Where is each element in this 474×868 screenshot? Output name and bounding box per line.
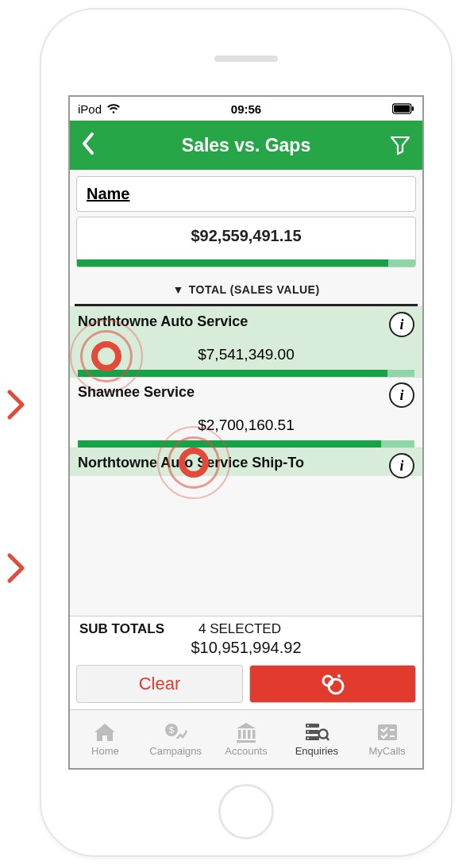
page-title: Sales vs. Gaps — [106, 135, 386, 156]
subtotals-selected: 4 SELECTED — [198, 621, 413, 637]
drill-icon — [315, 672, 350, 696]
row-bar-fill — [78, 440, 381, 447]
campaigns-icon: $ — [163, 721, 188, 743]
svg-rect-1 — [394, 106, 410, 113]
tab-label: Campaigns — [149, 745, 202, 757]
tab-accounts[interactable]: Accounts — [211, 710, 282, 768]
tab-label: Enquiries — [295, 745, 338, 757]
accounts-icon — [233, 721, 259, 743]
list-item[interactable]: Northtowne Auto Service i $7,541,349.00 — [70, 306, 422, 377]
nav-bar: Sales vs. Gaps — [70, 121, 422, 170]
row-name: Northtowne Auto Service — [78, 313, 414, 330]
back-button[interactable] — [81, 132, 106, 159]
row-bar-fill — [78, 370, 387, 377]
svg-point-18 — [318, 730, 327, 739]
subtotals-value: $10,951,994.92 — [79, 637, 413, 657]
phone-frame: iPod 09:56 Sales vs. Gaps Name $92,55 — [40, 8, 453, 857]
svg-rect-11 — [252, 730, 256, 739]
mycalls-icon — [375, 721, 400, 743]
row-bar — [78, 370, 414, 377]
tab-bar: Home $ Campaigns Accounts Enquiries MyCa… — [70, 709, 422, 768]
status-bar: iPod 09:56 — [70, 97, 422, 121]
svg-rect-10 — [248, 730, 251, 739]
annotation-arrow — [5, 552, 27, 584]
svg-rect-9 — [243, 730, 246, 739]
row-name: Shawnee Service — [78, 384, 414, 401]
wifi-icon — [106, 103, 121, 114]
list-item[interactable]: Shawnee Service i $2,700,160.51 — [70, 377, 422, 447]
sort-row[interactable]: ▼TOTAL (SALES VALUE) — [75, 271, 418, 306]
action-row: Clear — [70, 660, 422, 709]
info-button[interactable]: i — [389, 382, 414, 408]
battery-icon — [392, 103, 414, 114]
sort-label: TOTAL (SALES VALUE) — [189, 283, 320, 296]
row-value: $7,541,349.00 — [78, 330, 414, 370]
phone-home-button[interactable] — [218, 784, 274, 839]
total-bar — [77, 259, 415, 267]
info-button[interactable]: i — [389, 453, 414, 478]
name-label: Name — [87, 185, 129, 202]
subtotals-bar: SUB TOTALS 4 SELECTED $10,951,994.92 — [70, 616, 422, 660]
tab-campaigns[interactable]: $ Campaigns — [141, 710, 211, 768]
svg-rect-2 — [412, 106, 414, 111]
svg-line-19 — [326, 737, 329, 740]
tab-label: Accounts — [225, 745, 267, 757]
total-card: $92,559,491.15 — [76, 217, 416, 267]
info-icon: i — [399, 317, 403, 333]
carrier-label: iPod — [78, 102, 102, 116]
caret-down-icon: ▼ — [172, 283, 183, 296]
content: Name $92,559,491.15 ▼TOTAL (SALES VALUE)… — [70, 170, 422, 709]
drill-button[interactable] — [249, 665, 416, 703]
info-icon: i — [399, 387, 403, 404]
filter-button[interactable] — [386, 134, 411, 156]
tab-mycalls[interactable]: MyCalls — [352, 710, 422, 768]
svg-point-5 — [337, 674, 341, 678]
subtotals-label: SUB TOTALS — [79, 621, 198, 637]
phone-speaker — [214, 56, 278, 62]
svg-point-17 — [307, 737, 309, 739]
svg-text:$: $ — [169, 725, 174, 735]
info-icon: i — [399, 458, 403, 474]
row-value: $2,700,160.51 — [78, 401, 414, 440]
tab-enquiries[interactable]: Enquiries — [281, 710, 352, 768]
funnel-icon — [389, 134, 411, 156]
annotation-arrow — [5, 389, 27, 421]
home-icon — [92, 721, 118, 743]
status-time: 09:56 — [190, 102, 302, 116]
screen: iPod 09:56 Sales vs. Gaps Name $92,55 — [68, 95, 424, 770]
tab-home[interactable]: Home — [70, 710, 141, 768]
list-item[interactable]: Northtowne Auto Service Ship-To i — [70, 447, 422, 476]
name-header[interactable]: Name — [76, 176, 416, 212]
svg-rect-20 — [378, 724, 397, 740]
tab-label: MyCalls — [368, 745, 405, 757]
svg-point-3 — [329, 679, 343, 693]
clear-button[interactable]: Clear — [76, 665, 243, 703]
total-bar-fill — [77, 259, 388, 267]
enquiries-icon — [304, 721, 329, 743]
svg-rect-8 — [238, 730, 241, 739]
tab-label: Home — [91, 745, 119, 757]
results-list: Northtowne Auto Service i $7,541,349.00 … — [70, 306, 422, 616]
row-bar — [78, 440, 414, 447]
row-name: Northtowne Auto Service Ship-To — [78, 455, 414, 471]
info-button[interactable]: i — [389, 312, 414, 337]
svg-point-16 — [307, 731, 309, 732]
total-value: $92,559,491.15 — [77, 227, 415, 245]
svg-point-15 — [307, 724, 309, 726]
